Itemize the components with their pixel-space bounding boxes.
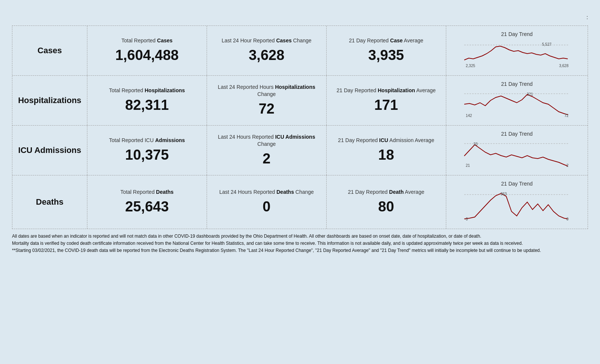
deaths-total-value: 25,643 (125, 199, 169, 215)
hospitalizations-total-value: 82,311 (125, 97, 169, 113)
footer-notes: All dates are based when an indicator is… (12, 233, 588, 255)
cases-trend-chart: 5,527 2,325 3,628 (464, 39, 569, 69)
icu-average-value: 18 (378, 147, 394, 163)
deaths-total-label: Total Reported Deaths (120, 189, 174, 196)
dashboard-table: Cases Total Reported Cases 1,604,488 Las… (12, 25, 588, 229)
hospitalizations-label: Hospitalizations (18, 96, 81, 105)
row-hospitalizations: Hospitalizations Total Reported Hospital… (12, 76, 588, 126)
hospitalizations-average-cell: 21 Day Reported Hospitalization Average … (327, 76, 446, 125)
icu-total-label: Total Reported ICU Admissions (109, 137, 185, 144)
hospitalizations-change-label: Last 24 Reported Hours Hospitalizations … (211, 84, 322, 98)
footer-line: **Starting 03/02/2021, the COVID-19 deat… (12, 247, 588, 254)
deaths-average-label: 21 Day Reported Death Average (348, 189, 424, 196)
row-icu: ICU Admissions Total Reported ICU Admiss… (12, 126, 588, 175)
deaths-average-cell: 21 Day Reported Death Average 80 (327, 175, 446, 229)
icu-average-label: 21 Day Reported ICU Admission Average (338, 137, 434, 144)
svg-text:2,325: 2,325 (466, 64, 475, 68)
row-deaths: Deaths Total Reported Deaths 25,643 Last… (12, 175, 588, 229)
svg-text:21: 21 (466, 163, 470, 168)
cases-average-value: 3,935 (368, 48, 404, 63)
cases-total-label: Total Reported Cases (122, 37, 172, 45)
hospitalizations-total-label: Total Reported Hospitalizations (109, 87, 185, 94)
icu-trend-chart: 33 21 2 (464, 139, 569, 169)
icu-change-value: 2 (262, 151, 270, 167)
icu-label-cell: ICU Admissions (12, 126, 87, 175)
last-updated: : (586, 14, 588, 20)
hospitalizations-trend-chart: 321 142 72 (464, 89, 569, 119)
deaths-trend-label: 21 Day Trend (501, 181, 532, 187)
hospitalizations-average-label: 21 Day Reported Hospitalization Average (336, 87, 435, 94)
hospitalizations-label-cell: Hospitalizations (12, 76, 87, 125)
icu-total-value: 10,375 (125, 147, 169, 163)
svg-text:363: 363 (501, 192, 507, 196)
svg-text:33: 33 (474, 142, 478, 146)
hospitalizations-trend-label: 21 Day Trend (501, 81, 532, 87)
icu-average-cell: 21 Day Reported ICU Admission Average 18 (327, 126, 446, 175)
hospitalizations-average-value: 171 (374, 97, 398, 113)
deaths-change-value: 0 (262, 199, 270, 215)
icu-label: ICU Admissions (18, 145, 81, 155)
hospitalizations-total-cell: Total Reported Hospitalizations 82,311 (87, 76, 207, 125)
cases-trend-cell: 21 Day Trend 5,527 2,325 3,628 (446, 26, 588, 75)
hospitalizations-change-value: 72 (259, 101, 274, 117)
deaths-average-value: 80 (378, 199, 394, 215)
cases-label-cell: Cases (12, 26, 87, 75)
svg-text:0: 0 (466, 217, 468, 221)
icu-total-cell: Total Reported ICU Admissions 10,375 (87, 126, 207, 175)
svg-text:321: 321 (527, 92, 533, 96)
cases-average-label: 21 Day Reported Case Average (349, 37, 423, 45)
svg-text:5,527: 5,527 (542, 42, 552, 46)
icu-trend-label: 21 Day Trend (501, 131, 532, 137)
cases-change-cell: Last 24 Hour Reported Cases Change 3,628 (207, 26, 327, 75)
row-cases: Cases Total Reported Cases 1,604,488 Las… (12, 26, 588, 76)
footer-line: Mortality data is verified by coded deat… (12, 240, 588, 247)
deaths-trend-chart: 363 0 0 (464, 189, 569, 223)
icu-change-cell: Last 24 Hours Reported ICU Admissions Ch… (207, 126, 327, 175)
cases-trend-label: 21 Day Trend (501, 31, 532, 37)
page-header: : (12, 9, 588, 20)
svg-text:2: 2 (567, 163, 569, 168)
hospitalizations-change-cell: Last 24 Reported Hours Hospitalizations … (207, 76, 327, 125)
cases-change-label: Last 24 Hour Reported Cases Change (222, 37, 312, 45)
hospitalizations-trend-cell: 21 Day Trend 321 142 72 (446, 76, 588, 125)
icu-trend-cell: 21 Day Trend 33 21 2 (446, 126, 588, 175)
icu-change-label: Last 24 Hours Reported ICU Admissions Ch… (211, 133, 322, 148)
svg-text:0: 0 (567, 217, 569, 221)
deaths-total-cell: Total Reported Deaths 25,643 (87, 175, 207, 229)
deaths-change-label: Last 24 Hours Reported Deaths Change (219, 189, 314, 196)
cases-label: Cases (38, 46, 62, 55)
cases-total-cell: Total Reported Cases 1,604,488 (87, 26, 207, 75)
svg-text:72: 72 (564, 114, 569, 118)
cases-average-cell: 21 Day Reported Case Average 3,935 (327, 26, 446, 75)
cases-total-value: 1,604,488 (115, 48, 178, 63)
deaths-label-cell: Deaths (12, 175, 87, 229)
cases-change-value: 3,628 (249, 48, 284, 63)
svg-text:142: 142 (466, 114, 472, 118)
footer-line: All dates are based when an indicator is… (12, 233, 588, 240)
deaths-change-cell: Last 24 Hours Reported Deaths Change 0 (207, 175, 327, 229)
deaths-label: Deaths (36, 197, 63, 207)
svg-text:3,628: 3,628 (559, 64, 568, 68)
deaths-trend-cell: 21 Day Trend 363 0 0 (446, 175, 588, 229)
